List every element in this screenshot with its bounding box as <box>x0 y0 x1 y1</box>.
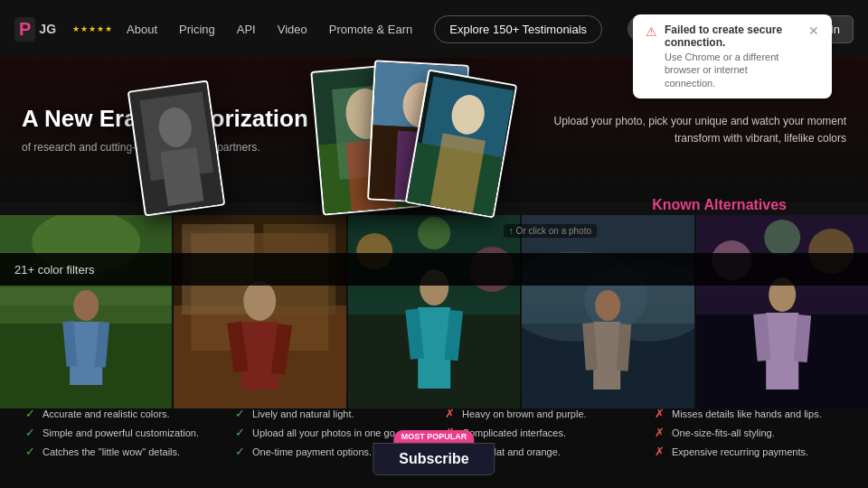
nav-about[interactable]: About <box>119 19 165 40</box>
x-icon-4-1: ✗ <box>655 407 665 420</box>
svg-rect-64 <box>793 314 810 362</box>
star-5: ★ <box>105 24 112 33</box>
error-title: Failed to create secure connection. <box>665 23 801 49</box>
close-icon[interactable]: ✕ <box>808 23 819 38</box>
svg-point-51 <box>595 290 620 321</box>
svg-rect-33 <box>242 322 278 389</box>
nav-promote[interactable]: Promote & Earn <box>322 19 420 40</box>
filter-bar: 21+ color filters <box>0 253 868 286</box>
check-icon-2-2: ✓ <box>235 426 245 439</box>
feature-text-1-1: Accurate and realistic colors. <box>42 408 170 419</box>
check-icon-1-3: ✓ <box>25 445 35 458</box>
svg-point-60 <box>764 220 800 256</box>
x-icon-4-2: ✗ <box>655 426 665 439</box>
feature-item-1-1: ✓ Accurate and realistic colors. <box>25 407 213 420</box>
svg-rect-37 <box>348 296 520 408</box>
gallery-image-3[interactable] <box>348 215 520 408</box>
hero-subtitle: of research and cutting-edge and by our … <box>22 139 521 155</box>
feature-item-3-1: ✗ Heavy on brown and purple. <box>445 407 633 420</box>
explore-testimonials-button[interactable]: Explore 150+ Testimonials <box>434 15 602 43</box>
gallery-image-4[interactable] <box>522 215 693 408</box>
star-3: ★ <box>89 24 96 33</box>
hero-title: A New Era of Colorization <box>22 105 521 133</box>
svg-rect-28 <box>174 305 345 408</box>
nav-api[interactable]: API <box>230 19 263 40</box>
svg-rect-55 <box>696 215 868 408</box>
hero-description: Upload your photo, pick your unique and … <box>539 113 846 147</box>
svg-rect-21 <box>0 287 172 324</box>
nav-video[interactable]: Video <box>270 19 315 40</box>
svg-point-32 <box>244 281 277 321</box>
svg-rect-35 <box>271 324 292 375</box>
feature-item-4-1: ✗ Misses details like hands and lips. <box>655 407 843 420</box>
feature-text-2-1: Lively and natural light. <box>252 408 354 419</box>
feature-item-4-3: ✗ Expensive recurring payments. <box>655 445 843 458</box>
filter-text: 21+ color filters <box>14 263 95 277</box>
svg-rect-34 <box>228 322 249 373</box>
click-hint: ↑ Or click on a photo <box>504 224 597 238</box>
feature-item-1-2: ✓ Simple and powerful customization. <box>25 426 213 439</box>
feature-col-1: ✓ Accurate and realistic colors. ✓ Simpl… <box>14 398 224 488</box>
check-icon-1-1: ✓ <box>25 407 35 420</box>
svg-rect-29 <box>192 233 329 351</box>
svg-rect-25 <box>62 321 77 367</box>
svg-rect-19 <box>0 215 172 408</box>
feature-text-4-1: Misses details like hands and lips. <box>672 408 822 419</box>
svg-point-41 <box>418 217 450 249</box>
svg-rect-56 <box>696 296 868 408</box>
svg-rect-20 <box>0 305 172 408</box>
check-icon-2-1: ✓ <box>235 407 245 420</box>
subscribe-button[interactable]: Subscribe <box>373 443 495 475</box>
feature-col-4: ✗ Misses details like hands and lips. ✗ … <box>644 398 854 488</box>
svg-rect-24 <box>70 322 102 385</box>
x-icon-3-1: ✗ <box>445 407 455 420</box>
svg-point-23 <box>73 290 99 321</box>
logo-p: P <box>14 17 35 42</box>
error-icon: ⚠ <box>646 24 657 39</box>
gallery-2-svg <box>174 215 345 408</box>
svg-rect-54 <box>617 324 632 371</box>
svg-rect-27 <box>174 215 345 408</box>
gallery-image-1[interactable] <box>0 215 172 408</box>
feature-item-4-2: ✗ One-size-fits-all styling. <box>655 426 843 439</box>
gallery-strip <box>0 215 868 408</box>
brand-logo[interactable]: P JG <box>14 17 56 42</box>
error-description: Use Chrome or a different browser or int… <box>665 51 801 89</box>
star-4: ★ <box>97 24 104 33</box>
gallery-image-5[interactable] <box>696 215 868 408</box>
error-toast: ⚠ Failed to create secure connection. Us… <box>633 14 832 99</box>
star-1: ★ <box>72 24 80 33</box>
svg-rect-53 <box>582 323 598 371</box>
hero-right-text: Upload your photo, pick your unique and … <box>539 113 846 147</box>
svg-rect-45 <box>444 310 463 361</box>
star-rating: ★ ★ ★ ★ ★ <box>72 24 112 33</box>
svg-rect-62 <box>766 313 798 389</box>
feature-item-1-3: ✓ Catches the "little wow" details. <box>25 445 213 458</box>
svg-rect-52 <box>593 322 620 389</box>
gallery-image-2[interactable] <box>174 215 345 408</box>
x-icon-4-3: ✗ <box>655 445 665 458</box>
gallery-4-svg <box>522 215 693 408</box>
subscribe-area: Most Popular Subscribe <box>373 427 495 475</box>
feature-text-3-1: Heavy on brown and purple. <box>462 408 587 419</box>
svg-rect-46 <box>522 215 693 408</box>
svg-rect-63 <box>753 314 770 361</box>
logo-jg: JG <box>39 22 56 36</box>
most-popular-badge: Most Popular <box>394 430 475 443</box>
feature-text-1-3: Catches the "little wow" details. <box>42 446 180 457</box>
feature-item-2-1: ✓ Lively and natural light. <box>235 407 423 420</box>
star-2: ★ <box>80 24 88 33</box>
nav-pricing[interactable]: Pricing <box>172 19 222 40</box>
svg-rect-44 <box>405 308 424 359</box>
svg-rect-26 <box>95 322 109 368</box>
feature-text-2-3: One-time payment options. <box>252 446 372 457</box>
svg-rect-43 <box>418 307 450 389</box>
error-content: Failed to create secure connection. Use … <box>665 23 801 89</box>
feature-text-4-2: One-size-fits-all styling. <box>672 427 775 438</box>
check-icon-1-2: ✓ <box>25 426 35 439</box>
gallery-5-svg <box>696 215 868 408</box>
gallery-1-svg <box>0 215 172 408</box>
svg-rect-36 <box>348 215 520 408</box>
feature-text-1-2: Simple and powerful customization. <box>42 427 199 438</box>
known-alternatives-label: Known Alternatives <box>652 197 787 213</box>
